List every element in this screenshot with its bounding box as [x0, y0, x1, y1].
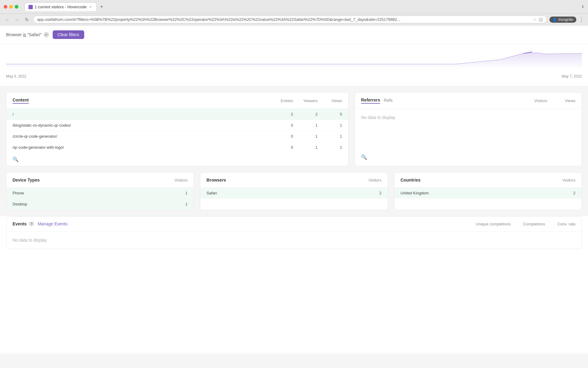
- page-content: Browser is "Safari" × Clear filters: [0, 25, 588, 354]
- search-icon: 🔍: [13, 157, 19, 162]
- content-viewers: 1: [293, 145, 318, 150]
- device-types-panel: Device Types Visitors Phone 1 Desktop 1: [6, 172, 194, 210]
- content-col-views: Views: [318, 98, 342, 103]
- refs-tab[interactable]: Refs: [384, 98, 393, 103]
- chart-svg: [6, 47, 582, 69]
- bottom-grid: Device Types Visitors Phone 1 Desktop 1 …: [0, 172, 588, 216]
- countries-table: United Kingdom 2: [394, 188, 582, 199]
- content-panel-header: Content Entries Viewers Views: [6, 93, 348, 109]
- referrers-search-button[interactable]: 🔍: [355, 151, 582, 164]
- countries-col-visitors: Visitors: [563, 178, 575, 182]
- content-entries: 0: [269, 123, 293, 128]
- content-entries: 0: [269, 145, 293, 150]
- search-icon: 🔍: [361, 155, 367, 160]
- filter-is-text: is: [23, 32, 26, 37]
- content-search-button[interactable]: 🔍: [6, 153, 348, 166]
- refresh-button[interactable]: ↻: [23, 16, 31, 23]
- referrers-panel: Referrers Refs Visitors Views No data to…: [355, 92, 582, 166]
- referrers-header: Referrers Refs Visitors Views: [355, 93, 582, 109]
- events-title: Events: [13, 221, 27, 226]
- browsers-panel: Browsers Visitors Safari 2: [200, 172, 388, 210]
- browsers-title: Browsers: [206, 178, 368, 182]
- extension-icon[interactable]: ⬜: [538, 17, 543, 22]
- back-button[interactable]: ←: [4, 16, 11, 23]
- device-type-visitors: 1: [185, 191, 187, 195]
- filter-remove-icon: ×: [45, 33, 47, 36]
- filter-label: Browser is "Safari": [6, 32, 42, 37]
- filter-chip: Browser is "Safari" ×: [6, 32, 49, 37]
- browsers-col-visitors: Visitors: [368, 178, 381, 182]
- browser-visitors: 2: [379, 191, 381, 195]
- content-entries: 0: [269, 134, 293, 139]
- incognito-icon: 👤: [552, 17, 557, 22]
- browser-menu-button[interactable]: ⋮: [579, 16, 584, 23]
- content-path: /: [13, 112, 269, 117]
- browser-chrome: 1 current visitors - Hovercode × + ⬇ ← →…: [0, 0, 588, 25]
- table-row: United Kingdom 2: [394, 188, 582, 199]
- omnibar: ← → ↻ app.usefathom.com/#/?filters=%5B%7…: [0, 13, 588, 25]
- table-row: Desktop 1: [6, 199, 194, 210]
- content-entries: 2: [269, 112, 293, 117]
- incognito-label: Incognito: [558, 17, 573, 22]
- events-col-conv-rate: Conv. rate: [557, 222, 575, 226]
- content-path: /circle-qr-code-generator/: [13, 134, 269, 139]
- table-row: Safari 2: [200, 188, 387, 199]
- content-path: /blog/static-vs-dynamic-qr-codes/: [13, 123, 269, 128]
- url-text: app.usefathom.com/#/?filters=%5B%7B%22pr…: [37, 17, 533, 22]
- referrers-no-data: No data to display: [355, 109, 582, 126]
- countries-panel: Countries Visitors United Kingdom 2: [394, 172, 582, 210]
- country-visitors: 2: [573, 191, 575, 195]
- events-help-icon[interactable]: ?: [29, 221, 34, 226]
- countries-header: Countries Visitors: [394, 173, 582, 188]
- new-tab-button[interactable]: +: [97, 2, 106, 11]
- table-row: / 2 2 5: [6, 109, 348, 120]
- table-row: /qr-code-generator-with-logo/ 0 1 1: [6, 142, 348, 153]
- device-type-visitors: 1: [185, 202, 187, 206]
- filter-value-text: "Safari": [27, 32, 42, 37]
- content-data-table: / 2 2 5 /blog/static-vs-dynamic-qr-codes…: [6, 109, 348, 153]
- device-types-col-visitors: Visitors: [175, 178, 187, 182]
- countries-title: Countries: [401, 178, 563, 182]
- country-name: United Kingdom: [401, 191, 573, 195]
- device-types-title: Device Types: [13, 178, 175, 182]
- events-col-unique: Unique completions: [476, 222, 511, 226]
- content-viewers: 1: [293, 123, 318, 128]
- content-views: 1: [318, 134, 342, 139]
- content-viewers: 1: [293, 134, 318, 139]
- close-icon: ×: [90, 5, 92, 9]
- browsers-header: Browsers Visitors: [200, 173, 387, 188]
- address-bar[interactable]: app.usefathom.com/#/?filters=%5B%7B%22pr…: [33, 16, 547, 23]
- active-tab[interactable]: 1 current visitors - Hovercode ×: [24, 2, 97, 11]
- chart-area: May 5, 2022 May 7, 2022: [0, 44, 588, 86]
- content-panel-title: Content: [13, 98, 29, 104]
- chart-date-right: May 7, 2022: [562, 74, 582, 79]
- referrers-tab[interactable]: Referrers: [361, 98, 380, 104]
- tab-favicon: [28, 5, 33, 9]
- referrers-col-visitors: Visitors: [523, 98, 547, 103]
- manage-events-button[interactable]: Manage Events: [38, 221, 67, 226]
- content-views: 1: [318, 123, 342, 128]
- referrers-col-views: Views: [551, 98, 575, 103]
- filter-browser-text: Browser: [6, 32, 23, 37]
- chart-date-left: May 5, 2022: [6, 74, 26, 79]
- events-no-data: No data to display: [6, 232, 582, 249]
- close-window-button[interactable]: [4, 5, 7, 9]
- tab-close-button[interactable]: ×: [89, 5, 93, 9]
- filter-remove-button[interactable]: ×: [43, 32, 49, 37]
- content-views: 5: [318, 112, 342, 117]
- maximize-window-button[interactable]: [15, 5, 18, 9]
- content-panel: Content Entries Viewers Views / 2 2 5 /b…: [6, 92, 349, 166]
- device-type-name: Desktop: [13, 202, 185, 206]
- clear-filters-button[interactable]: Clear filters: [53, 30, 84, 39]
- minimize-window-button[interactable]: [9, 5, 13, 9]
- forward-button[interactable]: →: [13, 16, 21, 23]
- table-row: Phone 1: [6, 188, 194, 199]
- address-icons: ☆ ⬜: [533, 17, 543, 22]
- content-viewers: 2: [293, 112, 318, 117]
- content-views: 1: [318, 145, 342, 150]
- chart-container: [6, 47, 582, 72]
- bookmark-icon[interactable]: ☆: [533, 17, 537, 22]
- content-col-viewers: Viewers: [293, 98, 318, 103]
- table-row: /circle-qr-code-generator/ 0 1 1: [6, 131, 348, 142]
- browser-name: Safari: [206, 191, 379, 195]
